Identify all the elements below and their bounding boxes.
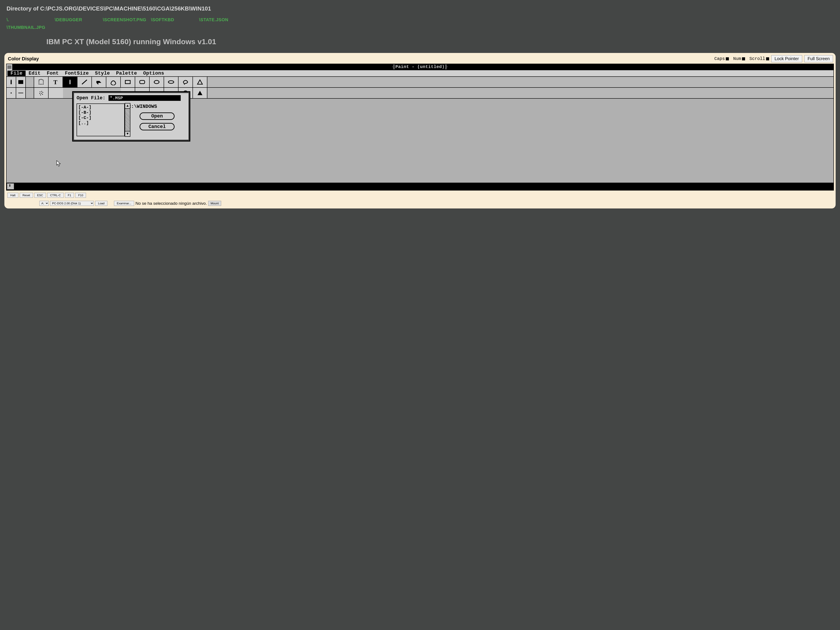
dir-link-debugger[interactable]: \DEBUGGER: [55, 16, 103, 24]
tool-current-dot[interactable]: [6, 88, 16, 98]
reset-button[interactable]: Reset: [20, 193, 33, 198]
tool-current-line[interactable]: [16, 88, 26, 98]
tool-eraser[interactable]: [92, 77, 106, 87]
svg-line-2: [82, 80, 87, 84]
list-item[interactable]: [..]: [78, 120, 123, 126]
svg-point-15: [40, 95, 41, 95]
svg-text:T: T: [54, 79, 57, 85]
directory-heading: Directory of C:\PCJS.ORG\DEVICES\PC\MACH…: [6, 5, 256, 12]
svg-rect-0: [18, 80, 24, 84]
scroll-up-icon[interactable]: ▲: [125, 103, 130, 109]
list-item[interactable]: [-A-]: [78, 105, 123, 110]
open-file-label: Open File:: [77, 95, 106, 101]
svg-point-14: [42, 94, 43, 95]
menubar: File Edit Font FontSize Style Palette Op…: [6, 70, 834, 77]
svg-point-7: [11, 93, 12, 94]
tool-roundrect[interactable]: [135, 77, 150, 87]
halt-button[interactable]: Halt: [8, 193, 18, 198]
emulator-controls: Halt Reset ESC CTRL-C F1 F10 A: PC-DOS 2…: [6, 192, 834, 207]
display-label: Color Display: [8, 56, 39, 62]
svg-point-12: [39, 93, 40, 94]
svg-rect-3: [125, 81, 130, 84]
menu-file[interactable]: File: [8, 71, 25, 76]
esc-button[interactable]: ESC: [34, 193, 46, 198]
open-file-dialog: Open File: [-A-] [-B-] [-C-] [..]: [72, 91, 190, 142]
tool-curve[interactable]: [106, 77, 121, 87]
svg-point-5: [154, 81, 159, 84]
current-path: C:\WINDOWS: [128, 104, 186, 109]
f10-button[interactable]: F10: [75, 193, 86, 198]
mount-button[interactable]: Mount: [208, 201, 221, 206]
window-title-text: ╣Paint - (untitled)╠: [393, 64, 447, 69]
list-item[interactable]: [-B-]: [78, 110, 123, 115]
menu-options[interactable]: Options: [140, 71, 167, 76]
menu-font[interactable]: Font: [44, 71, 62, 76]
svg-rect-4: [140, 81, 145, 84]
full-screen-button[interactable]: Full Screen: [804, 55, 833, 62]
tool-rect-filled-partial[interactable]: [49, 88, 63, 98]
scroll-lock-indicator: [766, 57, 769, 60]
dir-link-thumbnail[interactable]: \THUMBNAIL.JPG: [6, 24, 55, 31]
tool-pencil[interactable]: [63, 77, 77, 87]
tool-oval[interactable]: [164, 77, 178, 87]
emulator-frame: Color Display Caps Num Scroll Lock Point…: [5, 53, 835, 208]
menu-style[interactable]: Style: [92, 71, 113, 76]
svg-point-13: [41, 93, 42, 94]
drive-select[interactable]: A:: [39, 201, 49, 206]
svg-point-11: [43, 92, 43, 93]
scroll-down-icon[interactable]: ▼: [125, 131, 130, 136]
guest-screen[interactable]: ╣Paint - (untitled)╠ File Edit Font Font…: [6, 64, 834, 191]
cancel-button[interactable]: Cancel: [140, 123, 175, 130]
f1-button[interactable]: F1: [65, 193, 74, 198]
num-lock-label: Num: [733, 56, 741, 61]
load-button[interactable]: Load: [95, 201, 107, 206]
file-listbox[interactable]: [-A-] [-B-] [-C-] [..]: [77, 103, 125, 136]
directory-listing: \. \DEBUGGER \SCREENSHOT.PNG \SOFTKBD \S…: [6, 16, 256, 31]
windows-taskbar[interactable]: [6, 183, 834, 190]
file-list-scrollbar[interactable]: ▲ ▼: [125, 103, 130, 137]
tool-triangle-filled[interactable]: [193, 88, 207, 98]
caps-lock-label: Caps: [714, 56, 725, 61]
scroll-lock-label: Scroll: [750, 56, 765, 61]
scroll-track[interactable]: [125, 109, 130, 131]
tool-current-pencil[interactable]: [6, 77, 16, 87]
disk-select[interactable]: PC-DOS 2.00 (Disk 1): [50, 201, 94, 206]
taskbar-dos-icon[interactable]: [7, 183, 14, 189]
tool-line[interactable]: [77, 77, 92, 87]
menu-palette[interactable]: Palette: [113, 71, 140, 76]
svg-point-10: [41, 91, 42, 92]
open-button[interactable]: Open: [140, 112, 175, 120]
tool-spray[interactable]: [34, 88, 49, 98]
menu-edit[interactable]: Edit: [25, 71, 44, 76]
ctrl-c-button[interactable]: CTRL-C: [47, 193, 64, 198]
system-menu-icon[interactable]: [6, 64, 13, 70]
svg-point-6: [169, 81, 174, 84]
open-file-input[interactable]: [109, 95, 181, 101]
browse-button[interactable]: Examinar...: [114, 201, 134, 206]
dir-link-parent[interactable]: \.: [6, 16, 55, 24]
tool-rect[interactable]: [121, 77, 135, 87]
tool-freeform[interactable]: [178, 77, 193, 87]
tool-ellipse[interactable]: [150, 77, 164, 87]
dir-link-screenshot[interactable]: \SCREENSHOT.PNG: [103, 16, 151, 24]
dir-link-softkbd[interactable]: \SOFTKBD: [151, 16, 199, 24]
lock-pointer-button[interactable]: Lock Pointer: [771, 55, 802, 62]
tool-current-fill-black[interactable]: [16, 77, 26, 87]
caps-lock-indicator: [726, 57, 729, 60]
menu-fontsize[interactable]: FontSize: [62, 71, 92, 76]
dir-link-statejson[interactable]: \STATE.JSON: [199, 16, 247, 24]
tool-select[interactable]: [34, 77, 49, 87]
svg-point-9: [39, 92, 41, 92]
page-title: IBM PC XT (Model 5160) running Windows v…: [6, 38, 256, 46]
num-lock-indicator: [742, 57, 745, 60]
tool-triangle[interactable]: [193, 77, 207, 87]
file-status: No se ha seleccionado ningún archivo.: [136, 201, 207, 206]
tool-text[interactable]: T: [49, 77, 63, 87]
window-titlebar[interactable]: ╣Paint - (untitled)╠: [6, 64, 834, 70]
mouse-cursor-icon: [57, 160, 61, 166]
list-item[interactable]: [-C-]: [78, 115, 123, 120]
